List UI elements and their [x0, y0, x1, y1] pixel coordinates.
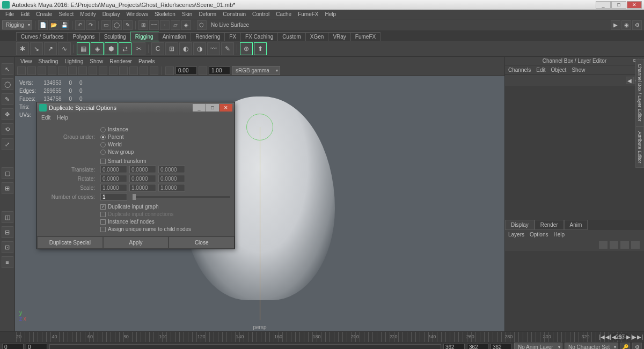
step-fwd-icon[interactable]: ▶ — [626, 334, 631, 340]
check-instance-leaf[interactable] — [100, 219, 106, 225]
shelf-bone-icon[interactable]: ↘ — [30, 42, 43, 55]
rewind-icon[interactable]: |◀ — [599, 334, 605, 340]
vp-menu-lighting[interactable]: Lighting — [61, 58, 86, 64]
step-back-icon[interactable]: ◀ — [612, 334, 616, 340]
shelf-blend-icon[interactable]: ◑ — [193, 42, 206, 55]
vp-gamma-icon[interactable] — [199, 66, 207, 75]
shelf-tab-rigging[interactable]: Rigging — [130, 32, 158, 41]
shelf-skin-icon[interactable]: ▦ — [77, 42, 90, 55]
playback-end-field[interactable]: 362 — [443, 344, 465, 350]
shelf-tab-rendering[interactable]: Rendering — [191, 32, 225, 41]
layout-single-icon[interactable]: ▢ — [2, 167, 13, 179]
shelf-constraint-icon[interactable]: ⊕ — [240, 42, 253, 55]
shelf-detach-icon[interactable]: ✂ — [133, 42, 145, 55]
shelf-joint-icon[interactable]: ✱ — [16, 42, 29, 55]
check-unique-names[interactable] — [100, 227, 106, 232]
vp-camera-icon[interactable] — [27, 66, 36, 75]
shelf-tab-custom[interactable]: Custom — [277, 32, 305, 41]
radio-instance[interactable] — [100, 127, 106, 132]
vp-exposure-field[interactable]: 0.00 — [175, 66, 197, 75]
layout-four-icon[interactable]: ⊞ — [2, 182, 13, 194]
paint-tool-icon[interactable]: ✎ — [2, 93, 13, 105]
select-mode-icon[interactable]: ▭ — [101, 20, 111, 30]
dialog-minimize-icon[interactable]: _ — [193, 104, 206, 112]
make-live-icon[interactable]: ⬡ — [197, 20, 207, 30]
dialog-menu-edit[interactable]: Edit — [41, 115, 50, 121]
menu-display[interactable]: Display — [99, 11, 123, 17]
dialog-titlebar[interactable]: Duplicate Special Options _ □ ✕ — [37, 102, 235, 113]
shelf-spline-icon[interactable]: ∿ — [58, 42, 71, 55]
save-scene-icon[interactable]: 💾 — [60, 20, 69, 30]
layer-menu-layers[interactable]: Layers — [508, 232, 524, 237]
layer-new-selected-icon[interactable] — [631, 241, 640, 249]
menu-file[interactable]: File — [2, 11, 17, 17]
vp-light-icon[interactable] — [89, 66, 97, 75]
shelf-tab-polygons[interactable]: Polygons — [68, 32, 99, 41]
outliner-icon[interactable]: ≡ — [2, 256, 13, 268]
lasso-icon[interactable]: ◯ — [112, 20, 122, 30]
vp-shade-icon[interactable] — [68, 66, 77, 75]
vp-exposure-icon[interactable] — [165, 66, 174, 75]
vp-ao-icon[interactable] — [109, 66, 118, 75]
channel-menu-edit[interactable]: Edit — [536, 67, 545, 73]
vp-menu-view[interactable]: View — [17, 58, 35, 64]
layout-3-icon[interactable]: ⊡ — [2, 241, 13, 253]
workspace-dropdown[interactable]: Rigging — [2, 20, 32, 29]
open-scene-icon[interactable]: 📂 — [49, 20, 58, 30]
vp-menu-renderer[interactable]: Renderer — [106, 58, 135, 64]
channel-menu-channels[interactable]: Channels — [508, 67, 531, 73]
menu-help[interactable]: Help — [321, 11, 339, 17]
anim-layer-dropdown[interactable]: No Anim Layer — [514, 343, 562, 349]
shelf-tab-vray[interactable]: VRay — [328, 32, 350, 41]
redo-icon[interactable]: ↷ — [86, 20, 96, 30]
layer-tab-display[interactable]: Display — [505, 220, 535, 230]
copies-field[interactable]: 1 — [100, 193, 127, 201]
channel-menu-show[interactable]: Show — [572, 67, 585, 73]
range-track[interactable] — [49, 344, 441, 350]
menu-deform[interactable]: Deform — [195, 11, 219, 17]
shelf-ik-icon[interactable]: ↗ — [44, 42, 57, 55]
ipr-icon[interactable]: ◉ — [621, 20, 631, 30]
scale-tool-icon[interactable]: ⤢ — [2, 138, 13, 150]
colorspace-dropdown[interactable]: sRGB gamma — [232, 66, 280, 75]
radio-newgroup[interactable] — [100, 150, 106, 155]
range-start-field[interactable]: 0 — [2, 344, 24, 350]
menu-modify[interactable]: Modify — [77, 11, 99, 17]
time-slider[interactable]: 2040608010012014016018020022024026028030… — [0, 331, 644, 342]
snap-surface-icon[interactable]: ◈ — [181, 20, 191, 30]
menu-skin[interactable]: Skin — [179, 11, 195, 17]
paint-select-icon[interactable]: ✎ — [123, 20, 133, 30]
prefs-icon[interactable]: ⚙ — [632, 343, 642, 350]
shelf-weights-icon[interactable]: ⬢ — [105, 42, 118, 55]
vp-shadow-icon[interactable] — [99, 66, 107, 75]
menu-cache[interactable]: Cache — [273, 11, 295, 17]
check-smart-transform[interactable] — [100, 159, 106, 164]
layout-2h-icon[interactable]: ⊟ — [2, 226, 13, 238]
shelf-parent-icon[interactable]: ⬆ — [254, 42, 267, 55]
vp-select-icon[interactable] — [17, 66, 26, 75]
autokey-icon[interactable]: 🔑 — [620, 343, 630, 350]
shelf-tab-fx[interactable]: FX — [224, 32, 241, 41]
layer-new-empty-icon[interactable] — [620, 241, 629, 249]
radio-world[interactable] — [100, 142, 106, 147]
dialog-maximize-icon[interactable]: □ — [206, 104, 219, 112]
shelf-cluster-icon[interactable]: C — [151, 42, 164, 55]
apply-button[interactable]: Apply — [103, 236, 169, 249]
duplicate-special-button[interactable]: Duplicate Special — [37, 236, 103, 249]
vp-xray-icon[interactable] — [140, 66, 148, 75]
layer-menu-options[interactable]: Options — [530, 232, 548, 237]
menu-control[interactable]: Control — [249, 11, 273, 17]
move-tool-icon[interactable]: ✥ — [2, 108, 13, 120]
copies-slider[interactable] — [133, 196, 230, 198]
menu-windows[interactable]: Windows — [123, 11, 151, 17]
shelf-tab-animation[interactable]: Animation — [158, 32, 191, 41]
layer-tab-render[interactable]: Render — [535, 220, 564, 230]
playback-start-field[interactable]: 0 — [26, 344, 47, 350]
character-set-dropdown[interactable]: No Character Set — [565, 343, 618, 349]
vp-menu-show[interactable]: Show — [86, 58, 106, 64]
layer-menu-help[interactable]: Help — [553, 232, 565, 237]
dialog-menu-help[interactable]: Help — [57, 115, 68, 121]
channel-mode-icon[interactable]: ◀ — [626, 77, 633, 84]
check-dup-input-graph[interactable] — [100, 204, 106, 210]
close-button[interactable]: Close — [169, 236, 235, 249]
